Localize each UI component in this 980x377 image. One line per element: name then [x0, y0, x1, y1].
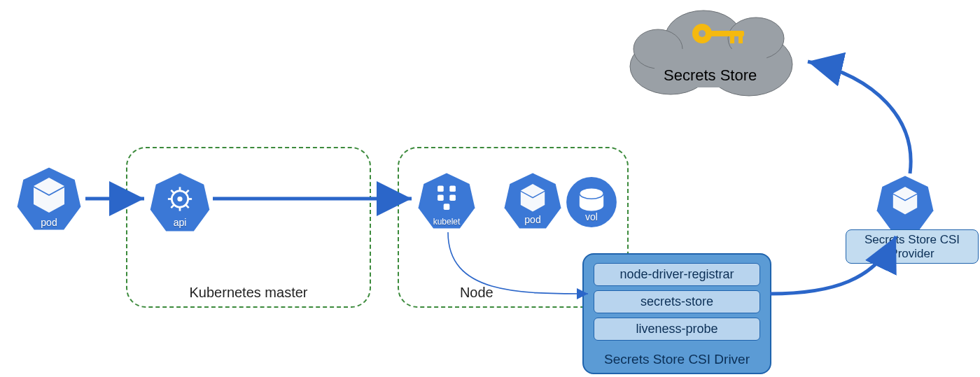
diagram-canvas: Secrets Store pod Kubernetes master: [0, 0, 980, 377]
kubelet-label: kubelet: [433, 217, 461, 227]
provider-label: Secrets Store CSIProvider: [846, 229, 979, 264]
svg-rect-30: [449, 194, 456, 201]
driver-item-registrar: node-driver-registrar: [594, 263, 760, 286]
secrets-store-cloud: [616, 0, 805, 101]
svg-rect-9: [730, 36, 734, 43]
api-label: api: [174, 217, 187, 228]
csi-driver-group: node-driver-registrar secrets-store live…: [582, 253, 771, 374]
provider-icon: [875, 173, 935, 234]
provider-label-text: Secrets Store CSIProvider: [864, 233, 960, 260]
kubelet-icon: kubelet: [416, 171, 477, 231]
driver-item-liveness: liveness-probe: [594, 318, 760, 341]
vol-icon: vol: [564, 175, 619, 229]
svg-rect-31: [444, 204, 450, 210]
svg-point-17: [177, 197, 182, 201]
api-icon: api: [148, 171, 211, 234]
csi-driver-title: Secrets Store CSI Driver: [584, 352, 770, 367]
pod-icon: pod: [14, 164, 84, 234]
driver-item-secrets-store: secrets-store: [594, 290, 760, 313]
svg-rect-29: [438, 194, 444, 201]
node-label: Node: [460, 285, 493, 301]
arrow-provider-to-cloud: [808, 62, 911, 173]
pod-label: pod: [41, 217, 57, 228]
svg-rect-28: [449, 186, 456, 192]
svg-point-7: [699, 30, 706, 37]
node-pod-label: pod: [524, 214, 540, 225]
node-pod-icon: pod: [503, 171, 563, 231]
secrets-store-label: Secrets Store: [664, 66, 757, 85]
kubernetes-master-label: Kubernetes master: [190, 285, 308, 301]
svg-rect-10: [738, 36, 743, 43]
svg-rect-27: [438, 186, 444, 192]
svg-rect-8: [710, 31, 744, 36]
vol-label: vol: [585, 211, 598, 222]
